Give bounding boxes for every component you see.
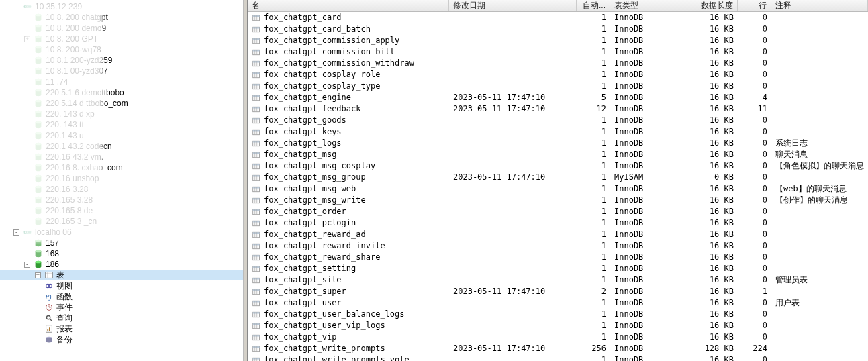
cell-auto: 1 — [577, 46, 610, 58]
table-row[interactable]: fox_chatgpt_user_balance_logs1InnoDB16 K… — [248, 309, 868, 320]
column-header-rows[interactable]: 行 — [738, 0, 771, 11]
tree-item[interactable]: 备份 — [0, 334, 243, 345]
table-row[interactable]: fox_chatgpt_logs1InnoDB16 KB0系统日志 — [248, 138, 868, 149]
tree-item[interactable]: 168 — [0, 248, 243, 259]
table-row[interactable]: fox_chatgpt_reward_share1InnoDB16 KB0 — [248, 252, 868, 263]
table-row[interactable]: fox_chatgpt_keys1InnoDB16 KB0 — [248, 126, 868, 138]
tree-item[interactable]: 220.1 43.2 codecn — [0, 141, 243, 152]
tree-item[interactable]: 报表 — [0, 323, 243, 334]
tree-item[interactable]: 220 5.1 6 demottbobo — [0, 87, 243, 98]
cell-comment: 【角色模拟】的聊天消息 — [771, 160, 868, 172]
cell-comment — [771, 206, 868, 217]
tree-item[interactable]: 11 .74 — [0, 76, 243, 87]
table-row[interactable]: fox_chatgpt_msg_cosplay1InnoDB16 KB0【角色模… — [248, 160, 868, 172]
table-row[interactable]: fox_chatgpt_feedback2023-05-11 17:47:101… — [248, 103, 868, 115]
table-row[interactable]: fox_chatgpt_write_prompts2023-05-11 17:4… — [248, 343, 868, 354]
table-row[interactable]: fox_chatgpt_write_prompts_vote1InnoDB16 … — [248, 354, 868, 361]
tree-item[interactable]: 220.16 unshop — [0, 173, 243, 184]
tree-item[interactable]: 220.16 3.28 — [0, 184, 243, 195]
table-row[interactable]: fox_chatgpt_setting1InnoDB16 KB0 — [248, 263, 868, 274]
table-row[interactable]: fox_chatgpt_reward_invite1InnoDB16 KB0 — [248, 240, 868, 252]
table-row[interactable]: fox_chatgpt_msg_web1InnoDB16 KB0【web】的聊天… — [248, 183, 868, 195]
tree-item[interactable]: 查询 — [0, 313, 243, 323]
tree-item[interactable]: 视图 — [0, 280, 243, 291]
toggle-spacer — [13, 4, 19, 10]
table-row[interactable]: fox_chatgpt_cosplay_type1InnoDB16 KB0 — [248, 81, 868, 92]
db-icon — [33, 152, 44, 162]
cell-date — [449, 263, 577, 274]
table-row[interactable]: fox_chatgpt_engine2023-05-11 17:47:105In… — [248, 92, 868, 103]
expand-toggle[interactable]: + — [35, 272, 41, 278]
table-row[interactable]: fox_chatgpt_user_vip_logs1InnoDB16 KB0 — [248, 320, 868, 331]
cell-auto: 1 — [577, 23, 610, 35]
tree-item-label: 220.165 8 de — [46, 205, 93, 216]
cell-type: InnoDB — [610, 286, 677, 297]
table-body[interactable]: fox_chatgpt_card1InnoDB16 KB0fox_chatgpt… — [248, 12, 868, 361]
collapse-toggle[interactable]: - — [13, 229, 19, 236]
tree-item[interactable]: 10 8.1 200-yzd259 — [0, 55, 243, 66]
connection-tree-panel[interactable]: 10 35.12 23910 8. 200 chatgpt10 8. 200 d… — [0, 0, 244, 361]
tree-item[interactable]: 10 8. 200-wq78 — [0, 44, 243, 55]
cell-length: 16 KB — [677, 69, 738, 81]
cell-rows: 0 — [738, 12, 771, 23]
tree-item[interactable]: 220.165 3.28 — [0, 195, 243, 205]
tree-item[interactable]: 10 8. 200 chatgpt — [0, 12, 243, 23]
expand-toggle[interactable]: + — [24, 36, 30, 42]
tree-item[interactable]: -localho 06 — [0, 227, 243, 238]
tree-item[interactable]: 220.1 43 u — [0, 130, 243, 141]
table-row[interactable]: fox_chatgpt_reward_ad1InnoDB16 KB0 — [248, 229, 868, 240]
column-header-length[interactable]: 数据长度 — [677, 0, 738, 11]
table-row[interactable]: fox_chatgpt_order1InnoDB16 KB0 — [248, 206, 868, 217]
table-row[interactable]: fox_chatgpt_commission_apply1InnoDB16 KB… — [248, 35, 868, 46]
tree-item[interactable]: 10 8.1 00-yzd307 — [0, 66, 243, 76]
table-row[interactable]: fox_chatgpt_commission_bill1InnoDB16 KB0 — [248, 46, 868, 58]
table-row[interactable]: fox_chatgpt_pclogin1InnoDB16 KB0 — [248, 217, 868, 229]
table-row[interactable]: fox_chatgpt_msg1InnoDB16 KB0聊天消息 — [248, 149, 868, 160]
table-row[interactable]: fox_chatgpt_goods1InnoDB16 KB0 — [248, 115, 868, 126]
collapse-toggle[interactable]: - — [24, 262, 30, 268]
cell-rows: 0 — [738, 23, 771, 35]
tree-item[interactable]: +10 8. 200 GPT — [0, 34, 243, 44]
tree-item[interactable]: 220.165 8 de — [0, 205, 243, 216]
column-header-name[interactable]: 名 — [248, 0, 449, 11]
cell-comment — [771, 217, 868, 229]
tree-item[interactable]: 157 — [0, 238, 243, 248]
table-row[interactable]: fox_chatgpt_user1InnoDB16 KB0用户表 — [248, 297, 868, 309]
table-row[interactable]: fox_chatgpt_card_batch1InnoDB16 KB0 — [248, 23, 868, 35]
tree-item[interactable]: 函数 — [0, 291, 243, 302]
tree-item[interactable]: 220. 143 d xp — [0, 109, 243, 119]
table-row[interactable]: fox_chatgpt_site1InnoDB16 KB0管理员表 — [248, 274, 868, 286]
table-icon — [252, 288, 261, 296]
tree-item[interactable]: 220.16 43.2 vm. — [0, 152, 243, 162]
cell-type: InnoDB — [610, 263, 677, 274]
tree-item[interactable]: +表 — [0, 270, 243, 280]
cell-name: fox_chatgpt_write_prompts — [248, 343, 449, 354]
table-row[interactable]: fox_chatgpt_commission_withdraw1InnoDB16… — [248, 58, 868, 69]
table-row[interactable]: fox_chatgpt_msg_write1InnoDB16 KB0【创作】的聊… — [248, 195, 868, 206]
column-header-comment[interactable]: 注释 — [771, 0, 868, 11]
table-row[interactable]: fox_chatgpt_msg_group2023-05-11 17:47:10… — [248, 172, 868, 183]
tree-item[interactable]: 事件 — [0, 302, 243, 313]
cell-date — [449, 206, 577, 217]
column-header-date[interactable]: 修改日期 — [449, 0, 577, 11]
cell-length: 16 KB — [677, 309, 738, 320]
table-row[interactable]: fox_chatgpt_super2023-05-11 17:47:102Inn… — [248, 286, 868, 297]
tree-item[interactable]: 10 8. 200 demo9 — [0, 23, 243, 34]
cell-length: 16 KB — [677, 183, 738, 195]
tree-item[interactable]: -186 — [0, 259, 243, 270]
tree-item-label: 220. 143 d xp — [46, 109, 95, 119]
tree-item[interactable]: 220. 143 tt — [0, 119, 243, 130]
table-row[interactable]: fox_chatgpt_vip1InnoDB16 KB0 — [248, 331, 868, 343]
tree-item[interactable]: 220.165 3 _cn — [0, 216, 243, 227]
column-header-auto[interactable]: 自动... — [577, 0, 610, 11]
tree-item[interactable]: 220.16 8. cxhao_com — [0, 162, 243, 173]
tree-item[interactable]: 220 5.14 d ttbobo_com — [0, 98, 243, 109]
table-row[interactable]: fox_chatgpt_card1InnoDB16 KB0 — [248, 12, 868, 23]
table-name-text: fox_chatgpt_user — [264, 297, 342, 309]
tree-item[interactable]: 10 35.12 239 — [0, 1, 243, 12]
db-icon — [33, 109, 44, 119]
cell-rows: 0 — [738, 172, 771, 183]
cell-name: fox_chatgpt_vip — [248, 331, 449, 343]
table-row[interactable]: fox_chatgpt_cosplay_role1InnoDB16 KB0 — [248, 69, 868, 81]
column-header-type[interactable]: 表类型 — [610, 0, 677, 11]
